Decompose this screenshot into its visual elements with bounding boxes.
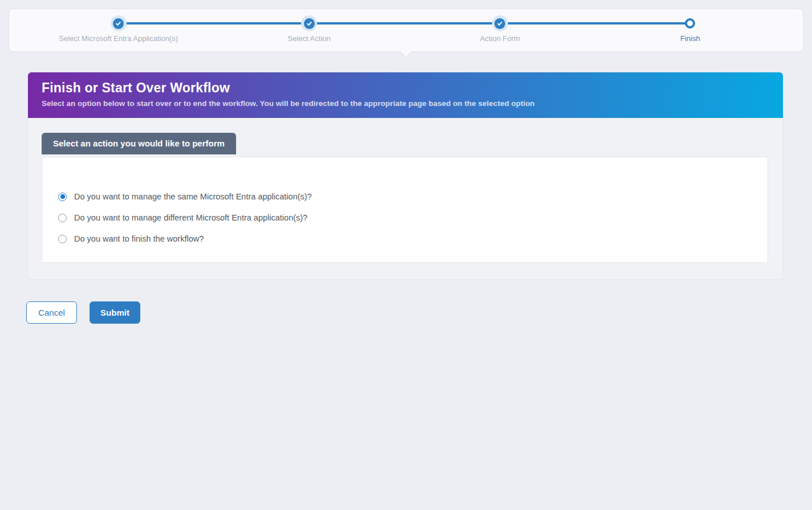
step-marker (224, 15, 395, 31)
step-label: Action Form (415, 34, 586, 43)
option-finish-workflow[interactable]: Do you want to finish the workflow? (58, 233, 752, 244)
step-label: Select Action (224, 34, 395, 43)
option-label: Do you want to finish the workflow? (74, 234, 204, 243)
option-label: Do you want to manage different Microsof… (74, 213, 307, 222)
cancel-button[interactable]: Cancel (26, 301, 77, 324)
stepper-step-action-form[interactable]: Action Form (415, 9, 586, 43)
check-icon (113, 18, 124, 29)
step-complete-halo (301, 15, 317, 31)
stepper-step-select-action[interactable]: Select Action (224, 9, 395, 43)
card-body: Select an action you would like to perfo… (28, 118, 783, 263)
option-manage-different-applications[interactable]: Do you want to manage different Microsof… (58, 212, 752, 223)
page-title: Finish or Start Over Workflow (42, 80, 769, 96)
check-icon (494, 18, 505, 29)
stepper-step-finish[interactable]: Finish (604, 9, 776, 43)
step-marker (415, 15, 586, 31)
step-complete-halo (492, 15, 508, 31)
step-complete-halo (111, 15, 127, 31)
submit-button[interactable]: Submit (90, 301, 140, 324)
card-header: Finish or Start Over Workflow Select an … (28, 72, 783, 118)
check-icon (304, 18, 315, 29)
stepper-step-select-application[interactable]: Select Microsoft Entra Application(s) (33, 9, 204, 43)
action-select-legend: Select an action you would like to perfo… (42, 133, 236, 154)
step-label: Finish (604, 34, 776, 43)
step-marker (33, 15, 204, 31)
option-manage-same-applications[interactable]: Do you want to manage the same Microsoft… (58, 191, 752, 202)
workflow-stepper: Select Microsoft Entra Application(s) Se… (9, 9, 803, 52)
option-label: Do you want to manage the same Microsoft… (74, 192, 312, 201)
stepper-caret-arrow (400, 45, 413, 58)
step-active-ring-icon (685, 18, 695, 28)
step-label: Select Microsoft Entra Application(s) (33, 34, 204, 43)
radio-button-icon[interactable] (58, 235, 67, 243)
radio-button-icon[interactable] (58, 214, 67, 222)
page-subtitle: Select an option below to start over or … (42, 99, 769, 108)
options-panel: Do you want to manage the same Microsoft… (42, 157, 768, 263)
form-actions: Cancel Submit (26, 301, 140, 324)
step-marker (604, 15, 776, 31)
finish-workflow-card: Finish or Start Over Workflow Select an … (27, 72, 783, 280)
radio-button-icon[interactable] (58, 193, 67, 201)
